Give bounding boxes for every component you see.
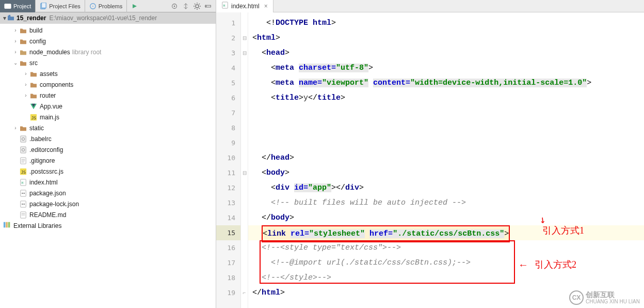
tree-item-babelrc[interactable]: .babelrc	[0, 133, 216, 144]
code-line-15[interactable]: <link rel="stylesheet" href="./static/cs…	[248, 225, 644, 240]
tab-project[interactable]: Project	[0, 0, 36, 12]
tree-item-external-libraries[interactable]: External Libraries	[0, 220, 216, 231]
svg-point-40	[23, 192, 25, 194]
svg-point-5	[92, 6, 93, 7]
tree-item-src[interactable]: ⌄src	[0, 57, 216, 68]
code-editor: H index.html × 1 2 3 4 5 6 7 8 9 10 11 1…	[216, 0, 644, 308]
svg-rect-47	[4, 222, 6, 228]
tree-item-config[interactable]: ›config	[0, 36, 216, 47]
code-line-11[interactable]: <body>	[248, 165, 644, 180]
vue-file-icon	[29, 103, 38, 110]
tree-item-build[interactable]: ›build	[0, 25, 216, 36]
line-number-gutter: 1 2 3 4 5 6 7 8 9 10 11 12 13 14 15 16 1…	[216, 12, 241, 308]
chevron-right-icon: ›	[23, 93, 29, 98]
tree-item-index-html[interactable]: Hindex.html	[0, 177, 216, 188]
code-line-9[interactable]	[248, 135, 644, 150]
tab-project-files[interactable]: Project Files	[36, 0, 85, 12]
code-line-12[interactable]: <div id="app"></div>	[248, 180, 644, 195]
code-line-4[interactable]: <meta charset="utf-8">	[248, 60, 644, 75]
folder-icon	[29, 93, 38, 99]
close-icon[interactable]: ×	[264, 3, 268, 10]
tree-item-gitignore[interactable]: .gitignore	[0, 155, 216, 166]
svg-line-16	[199, 8, 200, 9]
svg-point-39	[22, 192, 23, 194]
code-line-14[interactable]: </body>	[248, 210, 644, 225]
code-line-10[interactable]: </head>	[248, 150, 644, 165]
code-area[interactable]: <!DOCTYPE html> <html> <head> <meta char…	[248, 12, 644, 308]
folder-icon	[19, 125, 27, 131]
tab-project-label: Project	[13, 3, 31, 9]
folder-icon	[7, 14, 14, 22]
tree-item-readme[interactable]: README.md	[0, 209, 216, 220]
code-line-6[interactable]: <title>y</title>	[248, 90, 644, 105]
tree-item-components[interactable]: ›components	[0, 79, 216, 90]
svg-rect-26	[21, 135, 26, 142]
json-file-icon	[19, 201, 27, 208]
svg-text:H: H	[223, 4, 226, 7]
chevron-right-icon: ›	[12, 49, 19, 55]
svg-line-17	[195, 8, 196, 9]
tree-item-main-js[interactable]: JSmain.js	[0, 112, 216, 122]
code-line-8[interactable]	[248, 120, 644, 135]
fold-icon[interactable]: ⊟	[241, 30, 248, 45]
annotation-method1: 引入方式1	[542, 224, 584, 237]
tree-item-package-lock[interactable]: package-lock.json	[0, 198, 216, 209]
tree-item-node-modules[interactable]: ›node_moduleslibrary root	[0, 47, 216, 57]
tree-item-editorconfig[interactable]: .editorconfig	[0, 144, 216, 155]
fold-gutter: ⊟ ⊟ ⊟ ⌐	[241, 12, 248, 308]
folder-icon	[19, 60, 27, 66]
svg-rect-3	[42, 3, 46, 8]
chevron-right-icon: ›	[23, 71, 29, 76]
svg-rect-21	[9, 14, 10, 16]
gear-icon[interactable]	[193, 2, 201, 10]
project-root-header[interactable]: ▾ 15_render E:\miaov_workspace\01-vue\15…	[0, 12, 216, 24]
tree-item-router[interactable]: ›router	[0, 90, 216, 101]
editor-tab-label: index.html	[231, 3, 260, 10]
tree-item-app-vue[interactable]: App.vue	[0, 101, 216, 112]
svg-point-10	[196, 5, 199, 8]
folder-icon	[29, 71, 38, 77]
json-file-icon	[19, 190, 27, 197]
fold-icon[interactable]: ⊟	[241, 45, 248, 60]
project-path: E:\miaov_workspace\01-vue\15_render	[49, 14, 157, 22]
svg-text:H: H	[22, 180, 24, 184]
folder-icon	[19, 38, 27, 44]
tree-item-postcssrc[interactable]: JS.postcssrc.js	[0, 166, 216, 177]
chevron-down-icon: ▾	[3, 14, 6, 22]
code-line-1[interactable]: <!DOCTYPE html>	[248, 16, 644, 30]
code-line-5[interactable]: <meta name="viewport" content="width=dev…	[248, 75, 644, 90]
fold-icon[interactable]: ⊟	[241, 165, 248, 180]
library-icon	[3, 221, 11, 230]
folder-icon	[29, 82, 38, 88]
divider-icon	[182, 2, 190, 10]
tab-run[interactable]	[127, 0, 142, 12]
hide-icon[interactable]	[204, 2, 213, 10]
code-line-2[interactable]: <html>	[248, 30, 644, 45]
project-tree: ›build ›config ›node_moduleslibrary root…	[0, 24, 216, 232]
code-line-3[interactable]: <head>	[248, 45, 644, 60]
code-line-13[interactable]: <!-- built files will be auto injected -…	[248, 195, 644, 210]
svg-rect-48	[6, 222, 8, 228]
js-file-icon: JS	[19, 168, 27, 175]
editor-content[interactable]: 1 2 3 4 5 6 7 8 9 10 11 12 13 14 15 16 1…	[216, 12, 644, 308]
chevron-right-icon: ›	[23, 82, 29, 87]
chevron-right-icon: ›	[12, 38, 19, 44]
editor-tab-index-html[interactable]: H index.html ×	[216, 0, 273, 12]
watermark-logo-icon: CX	[569, 290, 584, 305]
tree-item-static[interactable]: ›static	[0, 122, 216, 133]
code-line-7[interactable]	[248, 105, 644, 120]
markdown-file-icon	[19, 211, 27, 219]
svg-line-18	[199, 4, 200, 5]
html-file-icon: H	[221, 2, 229, 10]
tab-problems[interactable]: Problems	[85, 0, 127, 12]
text-file-icon	[19, 157, 27, 164]
annotation-method2: 引入方式2	[535, 258, 576, 271]
annotation-box-method2	[260, 240, 515, 284]
arrow-icon: ←	[520, 259, 526, 271]
tree-item-assets[interactable]: ›assets	[0, 68, 216, 79]
collapse-all-icon[interactable]	[170, 2, 179, 10]
svg-point-43	[23, 203, 25, 205]
svg-rect-28	[21, 146, 26, 152]
tree-item-package-json[interactable]: package.json	[0, 188, 216, 198]
svg-rect-19	[206, 5, 211, 7]
